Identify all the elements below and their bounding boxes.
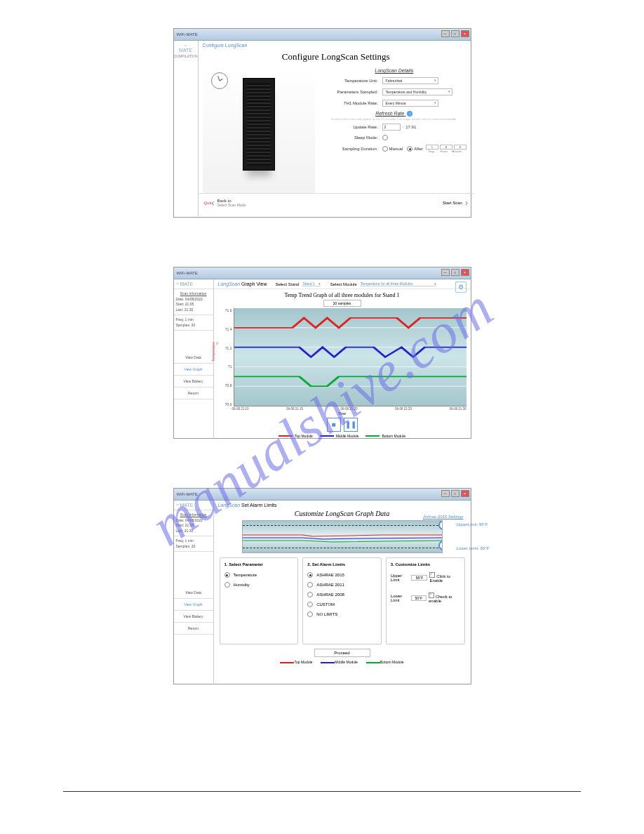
scan-stats-panel: Freq: 1 min Samples: 20 <box>174 315 213 331</box>
upper-limit-input[interactable]: 95°F <box>411 575 427 581</box>
middle-module-line <box>234 348 467 357</box>
start-label: Start Scan <box>443 201 462 205</box>
start-scan-button[interactable]: Start Scan › <box>443 198 468 208</box>
days-spinner[interactable]: 1 <box>426 145 438 150</box>
minutes-label: Minutes <box>451 150 462 153</box>
update-rate-label: Update Rate: <box>322 125 378 129</box>
view-battery-button[interactable]: View Battery <box>174 611 213 623</box>
window-controls[interactable]: —□× <box>441 490 469 497</box>
sleep-mode-label: Sleep Mode: <box>322 135 378 140</box>
back-sub-label: Select Scan Mode <box>217 203 246 207</box>
stop-button[interactable]: ■ <box>327 418 341 432</box>
sidebar: ⌔ MATE Scan Information Date: 04/08/2022… <box>174 501 214 684</box>
view-title: LongScan Set Alarm Limits <box>214 501 471 510</box>
set-alarm-limits-panel: 2. Set Alarm Limits ASHRAE 2015 ASHRAE 2… <box>302 557 382 644</box>
upper-limit-checkbox[interactable] <box>429 572 435 578</box>
days-label: Days <box>426 150 437 153</box>
minutes-spinner[interactable]: 0 <box>454 145 467 150</box>
x-axis: 06-08 21:1006-08 21:1506-08 21:2006-08 2… <box>232 407 467 411</box>
gear-icon[interactable]: ⚙ <box>455 282 467 293</box>
lower-limit-checkbox[interactable] <box>429 593 434 598</box>
app-logo: ⌔ MATE <box>174 279 213 289</box>
view-graph-button[interactable]: View Graph <box>174 364 213 376</box>
quit-button[interactable]: Quit <box>204 201 212 205</box>
screenshot-configure: WiFi-MATE —□× ⌔ MATE COMPILATION Configu… <box>173 28 471 218</box>
scan-information-panel: Scan Information Date: 04/08/2022 Start:… <box>174 510 213 536</box>
view-title: LongScan Graph View <box>218 282 267 286</box>
app-logo-sub: COMPILATION <box>174 54 198 58</box>
chart-legend: Top Module Middle Module Bottom Module <box>214 660 471 664</box>
manual-radio[interactable] <box>382 146 388 152</box>
back-button[interactable]: ‹ Back toSelect Scan Mode <box>212 198 246 208</box>
scan-information-panel: Scan Information Date: 04/08/2022 Start:… <box>174 289 213 315</box>
page-divider <box>63 791 581 792</box>
screenshot-graph: WiFi-MATE —□× ⌔ MATE Scan Information Da… <box>173 267 471 439</box>
sleep-mode-radio[interactable] <box>382 135 388 140</box>
sampling-duration-label: Sampling Duration: <box>322 147 378 151</box>
update-rate-spinner[interactable]: 2 <box>382 124 401 131</box>
return-button[interactable]: Return <box>174 388 213 399</box>
select-module-dropdown[interactable]: Temperature for all three Modules <box>360 282 436 286</box>
lower-limit-input[interactable]: 50°F <box>411 595 427 601</box>
pause-button[interactable]: ❚❚ <box>344 418 358 432</box>
return-button[interactable]: Return <box>174 623 213 635</box>
nolimits-radio[interactable] <box>307 611 313 617</box>
window-title: WiFi-MATE <box>177 492 198 496</box>
section-longscan-details: LongScan Details <box>322 68 467 73</box>
page-title: Configure LongScan Settings <box>199 50 474 67</box>
chart-title: Temp Trend Graph of all three modules fo… <box>214 292 471 298</box>
window-titlebar: WiFi-MATE —□× <box>174 29 471 41</box>
clock-icon <box>211 72 228 89</box>
samples-badge: 20 samples <box>323 300 361 307</box>
refresh-help-text: Fastest refresh time only applies on the… <box>322 118 467 121</box>
window-titlebar: WiFi-MATE —□× <box>174 489 471 501</box>
update-rate-value: 17.91 <box>405 125 416 129</box>
ashrae-settings-link[interactable]: Ashrae 2015 Settings <box>423 515 463 519</box>
parameters-sampled-dropdown[interactable]: Temperature and Humidity <box>382 88 452 95</box>
select-stand-label: Select Stand <box>275 282 299 286</box>
lower-limit-label: Lower Limit <box>391 594 409 602</box>
module-rate-dropdown[interactable]: Every Minute <box>382 100 438 107</box>
info-icon[interactable]: i <box>407 111 412 117</box>
app-logo: MATE <box>179 48 192 53</box>
proceed-button[interactable]: Proceed <box>314 649 370 657</box>
chart-legend: Top Module Middle Module Bottom Module <box>214 434 471 438</box>
temperature-unit-label: Temperature Unit: <box>322 79 378 83</box>
window-title: WiFi-MATE <box>177 271 198 275</box>
window-controls[interactable]: —□× <box>441 30 469 37</box>
temperature-radio[interactable] <box>224 572 230 578</box>
window-titlebar: WiFi-MATE —□× <box>174 267 471 279</box>
top-module-line <box>234 318 467 328</box>
window-controls[interactable]: —□× <box>441 269 469 276</box>
limits-preview-chart: UpperLimit: 95°F Lower Limit: 50°F <box>242 520 443 553</box>
app-logo: ⌔ MATE <box>174 501 213 510</box>
view-battery-button[interactable]: View Battery <box>174 376 213 388</box>
chart-plot <box>234 308 467 406</box>
view-data-button[interactable]: View Data <box>174 587 213 599</box>
screenshot-alarm-limits: WiFi-MATE —□× ⌔ MATE Scan Information Da… <box>173 488 471 684</box>
rack-illustration <box>203 67 315 193</box>
hours-label: Hours <box>438 150 450 153</box>
ashrae2008-radio[interactable] <box>307 592 313 597</box>
view-graph-button[interactable]: View Graph <box>174 599 213 611</box>
parameters-sampled-label: Parameters Sampled: <box>322 90 378 94</box>
view-data-button[interactable]: View Data <box>174 352 213 364</box>
select-stand-dropdown[interactable]: Stand 1 <box>302 282 320 286</box>
upper-limit-label: UpperLimit: 95°F <box>457 522 488 527</box>
bottom-module-line <box>234 376 467 386</box>
temperature-unit-dropdown[interactable]: Fahrenheit <box>382 77 438 84</box>
after-label: After <box>414 147 423 151</box>
window-title: WiFi-MATE <box>177 32 198 37</box>
after-radio[interactable] <box>407 146 412 152</box>
chevron-right-icon: › <box>465 198 468 208</box>
humidity-radio[interactable] <box>224 582 230 588</box>
x-axis-label: Time <box>214 411 471 416</box>
server-rack-icon <box>243 78 275 171</box>
section-refresh-rate: Refresh Rate <box>375 111 404 116</box>
hours-spinner[interactable]: 0 <box>440 145 452 150</box>
ashrae2015-radio[interactable] <box>307 572 313 578</box>
select-module-label: Select Module <box>330 282 357 286</box>
ashrae2011-radio[interactable] <box>307 582 313 588</box>
custom-radio[interactable] <box>307 602 313 607</box>
manual-label: Manual <box>389 147 403 151</box>
